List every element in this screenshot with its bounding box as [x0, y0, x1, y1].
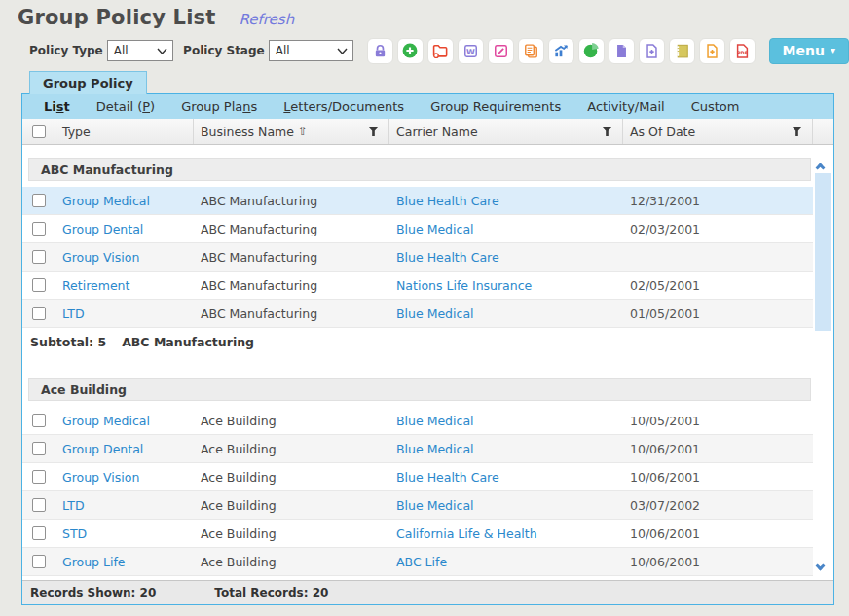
- filter-icon[interactable]: [792, 127, 802, 136]
- lock-icon: [372, 43, 388, 59]
- subtab-custom[interactable]: Custom: [691, 99, 740, 114]
- table-row[interactable]: Group Medical ABC Manufacturing Blue Hea…: [22, 187, 813, 215]
- copy-documents-button[interactable]: [518, 38, 544, 64]
- records-status-bar: Records Shown: 20 Total Records: 20: [22, 580, 833, 604]
- policy-type-link[interactable]: Retirement: [62, 278, 129, 293]
- policy-type-select[interactable]: All: [107, 40, 173, 61]
- policy-type-link[interactable]: Group Dental: [62, 222, 143, 236]
- carrier-link[interactable]: Blue Medical: [396, 414, 474, 428]
- column-header-as-of-date[interactable]: As Of Date: [623, 119, 813, 144]
- filter-icon[interactable]: [368, 127, 379, 136]
- table-row[interactable]: Group Vision Ace Building Blue Health Ca…: [22, 463, 813, 491]
- row-checkbox[interactable]: [32, 307, 46, 320]
- row-checkbox[interactable]: [32, 470, 46, 484]
- carrier-link[interactable]: Blue Medical: [396, 442, 474, 456]
- table-row[interactable]: Group Life Ace Building ABC Life 10/06/2…: [22, 548, 813, 576]
- subtab-activity-mail[interactable]: Activity/Mail: [587, 99, 664, 114]
- scrollbar-up-button[interactable]: [817, 157, 829, 168]
- lock-button[interactable]: [367, 38, 393, 64]
- filter-icon[interactable]: [602, 127, 612, 136]
- table-row[interactable]: STD Ace Building California Life & Healt…: [22, 520, 813, 548]
- subtab-group-plans[interactable]: Group Plans: [181, 99, 257, 114]
- policy-type-link[interactable]: Group Life: [62, 555, 126, 569]
- pie-chart-button[interactable]: [578, 38, 605, 64]
- records-shown: Records Shown: 20: [30, 586, 156, 599]
- policy-type-link[interactable]: Group Medical: [62, 414, 150, 428]
- add-document-button[interactable]: [639, 38, 665, 64]
- policy-type-link[interactable]: Group Dental: [62, 442, 143, 456]
- subtab-bar: List Detail (P) Group Plans Letters/Docu…: [22, 94, 833, 119]
- chevron-up-icon: [816, 163, 826, 173]
- carrier-link[interactable]: Blue Medical: [396, 222, 474, 236]
- policy-type-link[interactable]: LTD: [62, 307, 85, 321]
- carrier-link[interactable]: Nations Life Insurance: [396, 278, 532, 293]
- policy-stage-select[interactable]: All: [269, 40, 353, 61]
- chevron-down-icon: [157, 48, 167, 54]
- subtab-list[interactable]: List: [44, 99, 70, 114]
- chart-increase-button[interactable]: [548, 38, 574, 64]
- policy-type-link[interactable]: Group Vision: [62, 250, 139, 265]
- as-of-date: 10/05/2001: [623, 414, 813, 428]
- table-row[interactable]: LTD ABC Manufacturing Blue Medical 01/05…: [22, 300, 813, 328]
- as-of-date: 03/07/2002: [623, 498, 813, 513]
- sort-ascending-icon: ⇧: [298, 125, 308, 138]
- carrier-link[interactable]: Blue Health Care: [396, 194, 499, 208]
- table-row[interactable]: Retirement ABC Manufacturing Nations Lif…: [22, 272, 813, 300]
- row-checkbox[interactable]: [32, 555, 46, 568]
- policy-type-link[interactable]: Group Vision: [62, 470, 139, 485]
- row-checkbox[interactable]: [32, 414, 46, 427]
- carrier-link[interactable]: Blue Health Care: [396, 470, 499, 485]
- folder-button[interactable]: [427, 38, 454, 64]
- edit-button[interactable]: [488, 38, 514, 64]
- table-row[interactable]: Group Dental ABC Manufacturing Blue Medi…: [22, 215, 813, 243]
- table-row[interactable]: LTD Ace Building Blue Medical 03/07/2002: [22, 491, 813, 520]
- carrier-link[interactable]: ABC Life: [396, 555, 447, 569]
- document-button[interactable]: [609, 38, 635, 64]
- scrollbar-down-button[interactable]: [817, 555, 829, 566]
- as-of-date: 10/06/2001: [623, 470, 813, 485]
- table-row[interactable]: Group Dental Ace Building Blue Medical 1…: [22, 435, 813, 463]
- pdf-button[interactable]: PDF: [729, 38, 756, 64]
- row-checkbox[interactable]: [32, 526, 46, 540]
- column-header-type[interactable]: Type: [55, 119, 194, 144]
- notepad-button[interactable]: [669, 38, 695, 64]
- row-checkbox[interactable]: [32, 442, 46, 455]
- table-row[interactable]: Group Medical Ace Building Blue Medical …: [22, 407, 813, 435]
- policy-type-link[interactable]: LTD: [62, 498, 85, 513]
- group-header: Ace Building: [28, 378, 811, 401]
- row-checkbox[interactable]: [32, 194, 46, 207]
- carrier-link[interactable]: Blue Medical: [396, 307, 474, 321]
- subtab-group-requirements[interactable]: Group Requirements: [430, 99, 561, 114]
- select-all-checkbox[interactable]: [32, 125, 46, 138]
- menu-button[interactable]: Menu ▾: [769, 38, 849, 64]
- row-checkbox[interactable]: [32, 498, 46, 512]
- word-doc-button[interactable]: W: [458, 38, 484, 64]
- carrier-link[interactable]: Blue Medical: [396, 498, 474, 513]
- table-row[interactable]: Group Vision ABC Manufacturing Blue Heal…: [22, 243, 813, 272]
- policy-type-link[interactable]: STD: [62, 526, 87, 541]
- policy-list: ABC Manufacturing Group Medical ABC Manu…: [22, 145, 813, 580]
- policy-type-label: Policy Type: [29, 44, 103, 57]
- pdf-icon: PDF: [734, 43, 751, 59]
- policy-type-link[interactable]: Group Medical: [62, 194, 150, 208]
- as-of-date: 10/06/2001: [623, 555, 813, 569]
- refresh-link[interactable]: Refresh: [240, 11, 295, 28]
- chart-increase-icon: [552, 42, 570, 59]
- copy-documents-icon: [523, 43, 539, 59]
- row-checkbox[interactable]: [32, 250, 46, 264]
- carrier-link[interactable]: Blue Health Care: [396, 250, 499, 265]
- edit-icon: [493, 43, 509, 59]
- business-name: Ace Building: [194, 526, 389, 541]
- column-header-business-name[interactable]: Business Name ⇧: [194, 119, 389, 144]
- tab-group-policy[interactable]: Group Policy: [29, 71, 147, 94]
- row-checkbox[interactable]: [32, 278, 46, 292]
- add-button[interactable]: [397, 38, 424, 64]
- subtab-letters-documents[interactable]: Letters/Documents: [283, 99, 404, 114]
- column-header-carrier-name[interactable]: Carrier Name: [389, 119, 623, 144]
- scrollbar-thumb[interactable]: [815, 173, 831, 331]
- row-checkbox[interactable]: [32, 222, 46, 236]
- vertical-scrollbar[interactable]: [813, 145, 833, 580]
- carrier-link[interactable]: California Life & Health: [396, 526, 537, 541]
- add-file-button[interactable]: [699, 38, 725, 64]
- subtab-detail[interactable]: Detail (P): [96, 99, 155, 114]
